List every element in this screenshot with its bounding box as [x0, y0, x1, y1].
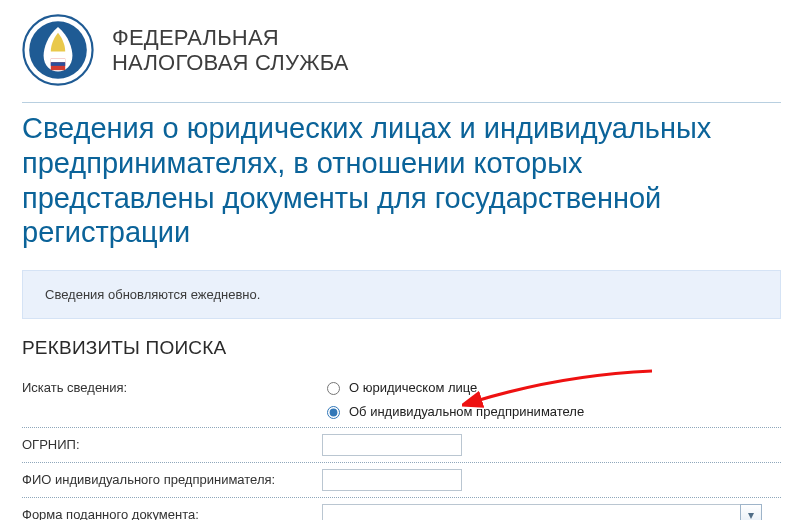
row-ogrnip: ОГРНИП:	[22, 428, 781, 463]
input-docform[interactable]	[322, 504, 740, 520]
label-fio: ФИО индивидуального предпринимателя:	[22, 469, 322, 487]
svg-rect-3	[51, 59, 65, 63]
update-notice: Сведения обновляются ежедневно.	[22, 270, 781, 319]
radio-legal-label: О юридическом лице	[349, 380, 477, 395]
row-docform: Форма поданного документа: ▾	[22, 498, 781, 520]
label-docform: Форма поданного документа:	[22, 504, 322, 520]
site-header: ФЕДЕРАЛЬНАЯ НАЛОГОВАЯ СЛУЖБА	[22, 14, 781, 98]
org-title-line2: НАЛОГОВАЯ СЛУЖБА	[112, 50, 349, 75]
svg-rect-4	[51, 62, 65, 66]
chevron-down-icon[interactable]: ▾	[740, 504, 762, 520]
radio-individual-label: Об индивидуальном предпринимателе	[349, 404, 584, 419]
row-fio: ФИО индивидуального предпринимателя:	[22, 463, 781, 498]
page-title: Сведения о юридических лицах и индивидуа…	[22, 111, 781, 250]
org-title-line1: ФЕДЕРАЛЬНАЯ	[112, 25, 349, 50]
radio-individual-input[interactable]	[327, 406, 340, 419]
row-search-type: Искать сведения: О юридическом лице Об и…	[22, 371, 781, 428]
header-divider	[22, 102, 781, 103]
fns-logo-icon	[22, 14, 94, 86]
label-ogrnip: ОГРНИП:	[22, 434, 322, 452]
radio-option-legal[interactable]: О юридическом лице	[322, 377, 477, 397]
radio-legal-input[interactable]	[327, 382, 340, 395]
org-title: ФЕДЕРАЛЬНАЯ НАЛОГОВАЯ СЛУЖБА	[112, 25, 349, 76]
input-ogrnip[interactable]	[322, 434, 462, 456]
combo-docform[interactable]: ▾	[322, 504, 762, 520]
search-criteria-heading: РЕКВИЗИТЫ ПОИСКА	[22, 337, 781, 359]
label-search-type: Искать сведения:	[22, 377, 322, 395]
radio-option-individual[interactable]: Об индивидуальном предпринимателе	[322, 401, 584, 421]
input-fio[interactable]	[322, 469, 462, 491]
